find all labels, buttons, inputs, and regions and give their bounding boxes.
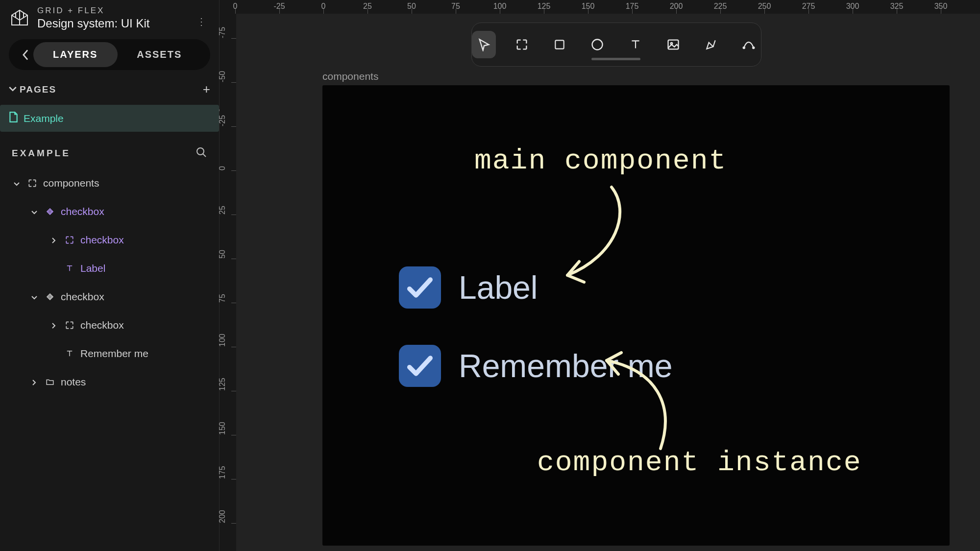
expand-icon[interactable] [29, 291, 39, 303]
ruler-label: -50 [218, 71, 227, 82]
layer-tree: componentscheckboxcheckboxLabelcheckboxc… [0, 167, 219, 398]
tab-layers[interactable]: LAYERS [33, 42, 118, 67]
ruler-label: -25 [218, 115, 227, 126]
layers-title: EXAMPLE [12, 148, 71, 159]
svg-point-7 [743, 47, 745, 48]
annotation-instance: component instance [537, 447, 862, 479]
layer-name: components [43, 177, 99, 189]
expand-icon[interactable] [49, 234, 59, 246]
svg-point-8 [753, 47, 755, 48]
frame-label[interactable]: components [322, 71, 378, 82]
expand-icon[interactable] [49, 319, 59, 331]
layer-name: checkbox [61, 291, 104, 303]
tool-rectangle[interactable] [548, 31, 572, 58]
arrow-main-icon [558, 182, 636, 292]
page-item[interactable]: Example [0, 105, 219, 132]
ruler-label: 125 [218, 378, 227, 391]
ruler-label: -75 [218, 27, 227, 38]
layer-name: checkbox [80, 234, 124, 246]
layer-name: checkbox [61, 206, 104, 217]
layer-row[interactable]: checkbox [0, 197, 219, 226]
checkbox-tick-icon [399, 345, 441, 387]
app-logo-icon [9, 7, 30, 29]
text-icon [64, 264, 75, 273]
layer-row[interactable]: checkbox [0, 226, 219, 254]
tab-assets[interactable]: ASSETS [118, 42, 202, 67]
folder-icon [44, 378, 56, 386]
ruler-label: 75 [218, 294, 227, 303]
ruler-label: 50 [218, 250, 227, 259]
checkbox-label: Label [459, 269, 538, 306]
sidebar: GRID + FLEX Design system: UI Kit ⋮ LAYE… [0, 0, 220, 551]
toolbar-drag-handle[interactable] [591, 58, 640, 60]
svg-rect-3 [555, 40, 564, 48]
layer-row[interactable]: Label [0, 254, 219, 283]
pages-section-header[interactable]: PAGES + [0, 73, 219, 102]
layer-name: Remember me [80, 348, 148, 359]
layer-name: checkbox [80, 319, 124, 331]
component-icon [44, 207, 56, 216]
ruler-label: 25 [218, 206, 227, 215]
component-icon [44, 292, 56, 302]
more-menu-icon[interactable]: ⋮ [196, 16, 207, 27]
frame-icon [64, 320, 75, 330]
expand-icon[interactable] [12, 177, 22, 189]
toolbar [471, 23, 761, 67]
tool-image[interactable] [661, 31, 685, 58]
canvas[interactable]: components main component Label [236, 14, 980, 551]
file-name[interactable]: Design system: UI Kit [37, 17, 149, 30]
tool-frame[interactable] [510, 31, 534, 58]
layer-row[interactable]: notes [0, 368, 219, 396]
pages-label: PAGES [20, 84, 56, 95]
text-icon [64, 349, 75, 358]
add-page-icon[interactable]: + [203, 82, 210, 97]
chevron-down-icon [9, 85, 17, 94]
expand-icon[interactable] [29, 206, 39, 217]
ruler-label: 175 [218, 466, 227, 479]
layer-row[interactable]: checkbox [0, 311, 219, 339]
ruler-label: 0 [218, 166, 227, 170]
sidebar-tabs: LAYERS ASSETS [9, 39, 210, 70]
checkbox-main[interactable]: Label [399, 266, 538, 309]
frame-icon [26, 178, 38, 188]
checkbox-tick-icon [399, 266, 441, 309]
annotation-main: main component [474, 145, 727, 177]
layer-name: notes [61, 376, 86, 388]
svg-point-4 [592, 40, 603, 50]
product-name: GRID + FLEX [37, 6, 149, 16]
layer-row[interactable]: Remember me [0, 339, 219, 368]
layer-row[interactable]: components [0, 169, 219, 197]
layer-name: Label [80, 263, 105, 274]
svg-point-0 [197, 148, 204, 155]
tool-text[interactable] [623, 31, 647, 58]
frame-components[interactable]: main component Label [322, 85, 950, 546]
ruler-horizontal: 0-25025507510012515017520022525027530032… [220, 0, 980, 14]
ruler-label: 100 [218, 334, 227, 347]
layers-subheader: EXAMPLE [0, 135, 219, 167]
search-icon[interactable] [196, 146, 207, 160]
ruler-vertical: -75-50-250255075100125150175200 [220, 14, 236, 551]
tool-pen[interactable] [699, 31, 723, 58]
ruler-label: 200 [218, 510, 227, 523]
ruler-label: 150 [218, 422, 227, 435]
canvas-area: 0-25025507510012515017520022525027530032… [220, 0, 980, 551]
tool-select[interactable] [472, 31, 496, 58]
tool-ellipse[interactable] [586, 31, 610, 58]
expand-icon[interactable] [29, 376, 39, 388]
tool-curve[interactable] [737, 31, 761, 58]
layer-row[interactable]: checkbox [0, 283, 219, 311]
sidebar-header: GRID + FLEX Design system: UI Kit ⋮ [0, 0, 219, 36]
page-icon [9, 112, 18, 125]
arrow-instance-icon [597, 346, 680, 455]
frame-icon [64, 235, 75, 245]
back-icon[interactable] [18, 49, 33, 60]
page-name: Example [24, 113, 64, 124]
